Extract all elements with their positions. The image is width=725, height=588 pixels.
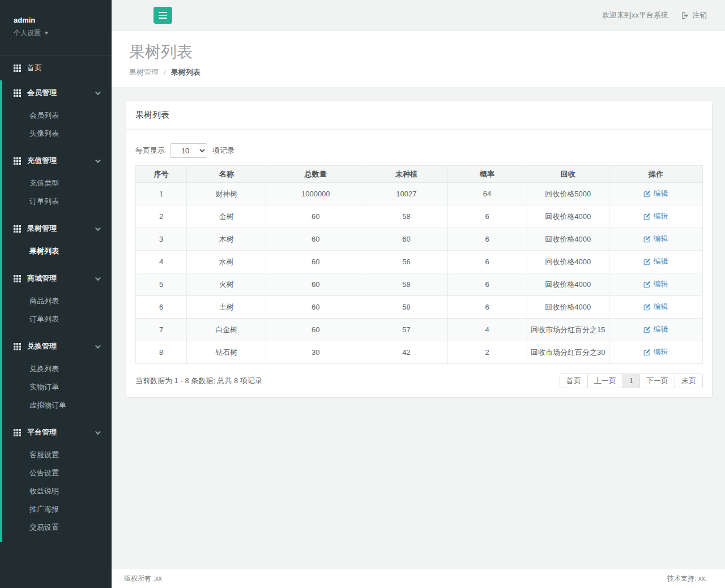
sidebar-section-label: 充值管理 — [27, 156, 89, 166]
logout-label: 注销 — [692, 10, 707, 20]
table-header-row: 序号名称总数量未种植概率回收操作 — [136, 166, 703, 183]
cell-recycle: 回收价格4000 — [527, 251, 609, 273]
sidebar-item[interactable]: 实物订单 — [2, 378, 112, 396]
sidebar-item[interactable]: 果树列表 — [2, 242, 112, 260]
sidebar-item[interactable]: 商品列表 — [2, 292, 112, 310]
cell-recycle: 回收价格4000 — [527, 205, 609, 228]
table-row: 1 财神树 1000000 10027 64 回收价格5000 编辑 — [136, 183, 703, 205]
sidebar-item[interactable]: 公告设置 — [2, 464, 112, 482]
sidebar: admin 个人设置 首页 会员管理 会员列表头像列表 充值管理 — [0, 0, 112, 588]
pagination: 首页上一页1下一页末页 — [560, 374, 703, 388]
edit-label: 编辑 — [653, 188, 668, 199]
edit-button[interactable]: 编辑 — [643, 188, 668, 199]
cell-probability: 6 — [447, 251, 527, 273]
fruit-tree-table: 序号名称总数量未种植概率回收操作 1 财神树 1000000 10027 64 … — [135, 165, 703, 364]
edit-label: 编辑 — [653, 279, 668, 289]
breadcrumb-parent[interactable]: 果树管理 — [129, 67, 159, 78]
column-header: 名称 — [187, 166, 266, 183]
sidebar-item[interactable]: 头像列表 — [2, 125, 112, 143]
sidebar-item[interactable]: 收益说明 — [2, 482, 112, 500]
cell-probability: 4 — [447, 319, 527, 341]
table-row: 6 土树 60 58 6 回收价格4000 编辑 — [136, 296, 703, 319]
cell-actions: 编辑 — [609, 251, 702, 273]
per-page-select[interactable]: 10 — [170, 143, 207, 158]
cell-total: 30 — [266, 341, 365, 364]
pagination-page-current[interactable]: 1 — [622, 374, 640, 388]
chevron-down-icon — [95, 157, 101, 163]
sidebar-home-label: 首页 — [27, 63, 42, 73]
cell-recycle: 回收市场分红百分之30 — [527, 341, 609, 364]
footer-copyright: 版权所有 :xx — [124, 574, 162, 583]
sidebar-section-header[interactable]: 商城管理 — [2, 266, 112, 291]
sidebar-item[interactable]: 订单列表 — [2, 310, 112, 328]
user-name: admin — [14, 16, 98, 24]
column-header: 未种植 — [365, 166, 447, 183]
edit-label: 编辑 — [653, 302, 668, 312]
sidebar-section-label: 果树管理 — [27, 224, 89, 234]
edit-button[interactable]: 编辑 — [643, 302, 668, 312]
sidebar-item[interactable]: 订单列表 — [2, 192, 112, 211]
edit-icon — [643, 281, 651, 288]
logout-button[interactable]: 注销 — [681, 10, 707, 20]
panel-title: 果树列表 — [126, 101, 712, 130]
grid-icon — [14, 65, 21, 72]
edit-button[interactable]: 编辑 — [643, 234, 668, 244]
cell-index: 7 — [136, 319, 187, 341]
column-header: 总数量 — [266, 166, 365, 183]
user-settings-label: 个人设置 — [14, 28, 41, 38]
edit-label: 编辑 — [653, 324, 668, 334]
sidebar-section: 充值管理 充值类型订单列表 — [2, 148, 112, 216]
edit-icon — [643, 349, 651, 356]
per-page-prefix: 每页显示 — [135, 145, 165, 156]
sidebar-section-label: 平台管理 — [27, 427, 89, 437]
sidebar-item[interactable]: 充值类型 — [2, 174, 112, 192]
user-settings-dropdown[interactable]: 个人设置 — [14, 28, 98, 38]
cell-unplanted: 58 — [365, 273, 447, 296]
edit-button[interactable]: 编辑 — [643, 211, 668, 221]
sidebar-section-header[interactable]: 会员管理 — [2, 80, 112, 105]
top-navbar: 欢迎来到xx平台系统 注销 — [112, 0, 725, 31]
sidebar-section-label: 兑换管理 — [27, 341, 89, 351]
pagination-button[interactable]: 首页 — [560, 374, 588, 388]
edit-button[interactable]: 编辑 — [643, 324, 668, 334]
sidebar-toggle-button[interactable] — [153, 7, 172, 24]
column-header: 回收 — [527, 166, 609, 183]
sidebar-item[interactable]: 客服设置 — [2, 446, 112, 464]
grid-icon — [14, 89, 21, 97]
sidebar-item[interactable]: 兑换列表 — [2, 360, 112, 378]
cell-probability: 6 — [447, 205, 527, 228]
grid-icon — [14, 429, 21, 436]
pagination-button[interactable]: 下一页 — [639, 374, 675, 388]
pagination-button[interactable]: 上一页 — [587, 374, 623, 388]
cell-probability: 64 — [447, 183, 527, 205]
cell-unplanted: 10027 — [365, 183, 447, 205]
edit-button[interactable]: 编辑 — [643, 279, 668, 289]
sidebar-item[interactable]: 虚拟物订单 — [2, 396, 112, 414]
sidebar-item[interactable]: 交易设置 — [2, 518, 112, 537]
sidebar-section-header[interactable]: 平台管理 — [2, 420, 112, 445]
per-page-suffix: 项记录 — [212, 145, 234, 156]
grid-icon — [14, 157, 21, 165]
sidebar-item-home[interactable]: 首页 — [0, 55, 112, 80]
sidebar-item[interactable]: 推广海报 — [2, 500, 112, 518]
edit-icon — [643, 213, 651, 220]
sidebar-submenu: 兑换列表实物订单虚拟物订单 — [2, 359, 112, 420]
sidebar-item[interactable]: 会员列表 — [2, 106, 112, 125]
breadcrumb-separator: / — [164, 68, 166, 77]
sidebar-section-header[interactable]: 果树管理 — [2, 216, 112, 241]
sidebar-section-header[interactable]: 充值管理 — [2, 148, 112, 173]
edit-button[interactable]: 编辑 — [643, 347, 668, 357]
sidebar-section: 商城管理 商品列表订单列表 — [2, 266, 112, 334]
cell-name: 火树 — [187, 273, 266, 296]
cell-index: 5 — [136, 273, 187, 296]
chevron-down-icon — [95, 343, 101, 349]
cell-name: 水树 — [187, 251, 266, 273]
cell-index: 3 — [136, 228, 187, 251]
sidebar-section-header[interactable]: 兑换管理 — [2, 334, 112, 359]
edit-button[interactable]: 编辑 — [643, 256, 668, 267]
pagination-button[interactable]: 末页 — [675, 374, 703, 388]
cell-index: 1 — [136, 183, 187, 205]
sidebar-section: 平台管理 客服设置公告设置收益说明推广海报交易设置 — [2, 420, 112, 542]
edit-icon — [643, 235, 651, 243]
sidebar-submenu: 果树列表 — [2, 241, 112, 266]
